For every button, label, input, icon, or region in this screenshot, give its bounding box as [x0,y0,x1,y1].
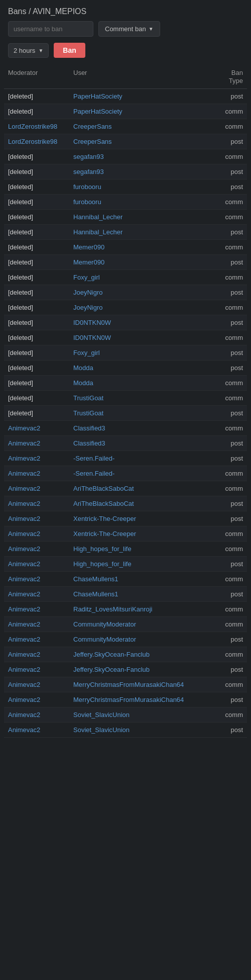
table-row: Animevac2 Soviet_SlavicUnion comm [4,707,247,723]
table-row: Animevac2 High_hopes_for_life post [4,557,247,572]
ban-type-cell: post [208,349,243,357]
user-cell[interactable]: ID0NTKN0W [73,334,208,341]
user-cell[interactable]: CommunityModerator [73,620,208,628]
user-cell[interactable]: Hannibal_Lecher [73,228,208,236]
moderator-cell[interactable]: Animevac2 [8,515,73,522]
user-cell[interactable]: Jeffery.SkyOcean-Fanclub [73,651,208,658]
user-cell[interactable]: AriTheBlackSaboCat [73,485,208,492]
moderator-cell[interactable]: Animevac2 [8,560,73,568]
table-row: [deleted] Hannibal_Lecher post [4,225,247,240]
moderator-cell[interactable]: Animevac2 [8,605,73,613]
ban-type-cell: comm [208,605,243,613]
user-cell[interactable]: JoeyNigro [73,304,208,311]
user-cell[interactable]: MerryChristmasFromMurasakiChan64 [73,681,208,688]
page-title: Bans / AVIN_MEPIOS [8,7,86,16]
user-cell[interactable]: CreeperSans [73,123,208,130]
user-cell[interactable]: PaperHatSociety [73,93,208,100]
user-cell[interactable]: -Seren.Failed- [73,470,208,477]
moderator-cell: [deleted] [8,289,73,296]
moderator-cell[interactable]: Animevac2 [8,636,73,643]
moderator-cell[interactable]: LordZerostrike98 [8,123,73,130]
user-cell[interactable]: Modda [73,364,208,372]
username-input[interactable] [8,21,93,37]
moderator-cell[interactable]: Animevac2 [8,485,73,492]
moderator-cell[interactable]: Animevac2 [8,530,73,538]
user-cell[interactable]: Memer090 [73,258,208,266]
table-row: [deleted] furobooru comm [4,195,247,210]
user-cell[interactable]: MerryChristmasFromMurasakiChan64 [73,696,208,703]
ban-type-cell: comm [208,108,243,115]
ban-button[interactable]: Ban [54,43,85,58]
table-row: Animevac2 Xentrick-The-Creeper post [4,511,247,526]
moderator-cell[interactable]: Animevac2 [8,545,73,553]
user-cell[interactable]: ID0NTKN0W [73,319,208,326]
moderator-cell[interactable]: Animevac2 [8,651,73,658]
moderator-cell: [deleted] [8,213,73,221]
table-row: Animevac2 Raditz_LovesMitsuriKanroji com… [4,602,247,617]
user-cell[interactable]: ChaseMullens1 [73,575,208,583]
user-cell[interactable]: High_hopes_for_life [73,560,208,568]
moderator-cell[interactable]: LordZerostrike98 [8,138,73,145]
table-row: Animevac2 MerryChristmasFromMurasakiChan… [4,692,247,707]
moderator-cell[interactable]: Animevac2 [8,455,73,462]
user-cell[interactable]: CommunityModerator [73,636,208,643]
user-cell[interactable]: -Seren.Failed- [73,455,208,462]
table-row: Animevac2 ChaseMullens1 post [4,587,247,602]
user-cell[interactable]: furobooru [73,183,208,191]
ban-type-cell: comm [208,304,243,311]
ban-type-header: Ban Type [208,69,243,84]
user-cell[interactable]: AriTheBlackSaboCat [73,500,208,507]
moderator-cell[interactable]: Animevac2 [8,696,73,703]
table-row: Animevac2 ChaseMullens1 comm [4,572,247,587]
user-cell[interactable]: segafan93 [73,153,208,160]
user-cell[interactable]: TrustiGoat [73,394,208,402]
user-cell[interactable]: CreeperSans [73,138,208,145]
table-row: [deleted] PaperHatSociety comm [4,104,247,119]
moderator-cell: [deleted] [8,319,73,326]
comment-ban-label: Comment ban [105,25,146,33]
moderator-cell[interactable]: Animevac2 [8,424,73,432]
moderator-cell: [deleted] [8,304,73,311]
moderator-cell: [deleted] [8,258,73,266]
moderator-cell: [deleted] [8,198,73,206]
user-cell[interactable]: Hannibal_Lecher [73,213,208,221]
user-cell[interactable]: Xentrick-The-Creeper [73,530,208,538]
moderator-cell[interactable]: Animevac2 [8,681,73,688]
user-cell[interactable]: Jeffery.SkyOcean-Fanclub [73,666,208,673]
comment-ban-button[interactable]: Comment ban ▼ [98,21,160,37]
user-cell[interactable]: Soviet_SlavicUnion [73,711,208,719]
user-cell[interactable]: Xentrick-The-Creeper [73,515,208,522]
user-cell[interactable]: Classified3 [73,439,208,447]
user-cell[interactable]: TrustiGoat [73,409,208,417]
user-cell[interactable]: Foxy_girl [73,274,208,281]
moderator-cell[interactable]: Animevac2 [8,439,73,447]
moderator-cell[interactable]: Animevac2 [8,575,73,583]
moderator-cell[interactable]: Animevac2 [8,590,73,598]
moderator-cell[interactable]: Animevac2 [8,726,73,734]
moderator-cell: [deleted] [8,409,73,417]
moderator-cell[interactable]: Animevac2 [8,711,73,719]
user-cell[interactable]: High_hopes_for_life [73,545,208,553]
ban-type-cell: post [208,228,243,236]
user-cell[interactable]: Soviet_SlavicUnion [73,726,208,734]
user-cell[interactable]: JoeyNigro [73,289,208,296]
user-cell[interactable]: Memer090 [73,243,208,251]
moderator-cell[interactable]: Animevac2 [8,470,73,477]
user-cell[interactable]: Raditz_LovesMitsuriKanroji [73,605,208,613]
table-row: [deleted] Foxy_girl post [4,345,247,361]
user-cell[interactable]: Foxy_girl [73,349,208,357]
table-row: [deleted] ID0NTKN0W comm [4,330,247,345]
user-cell[interactable]: PaperHatSociety [73,108,208,115]
moderator-cell[interactable]: Animevac2 [8,666,73,673]
moderator-cell[interactable]: Animevac2 [8,500,73,507]
user-cell[interactable]: Modda [73,379,208,387]
duration-select[interactable]: 2 hours ▼ [8,43,49,58]
user-cell[interactable]: Classified3 [73,424,208,432]
ban-type-cell: post [208,409,243,417]
user-cell[interactable]: segafan93 [73,168,208,175]
table-row: [deleted] Foxy_girl comm [4,270,247,285]
user-cell[interactable]: ChaseMullens1 [73,590,208,598]
ban-type-cell: comm [208,153,243,160]
moderator-cell[interactable]: Animevac2 [8,620,73,628]
user-cell[interactable]: furobooru [73,198,208,206]
